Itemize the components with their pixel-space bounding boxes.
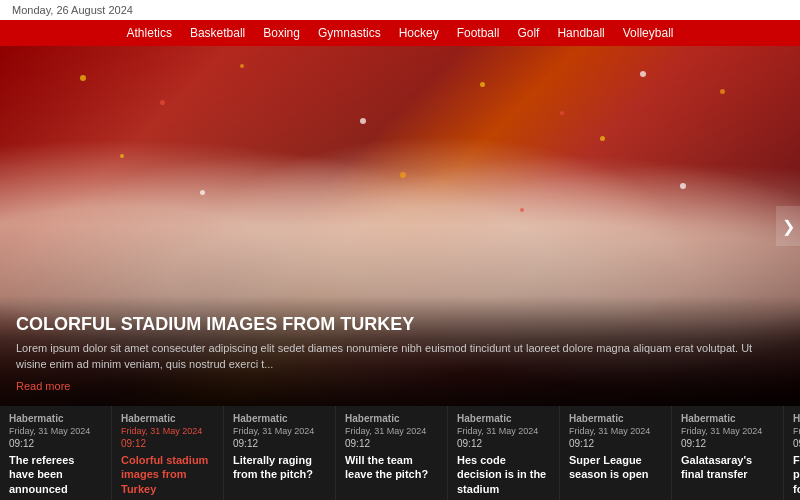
news-item[interactable]: HabermaticFriday, 31 May 202409:12Colorf…: [112, 406, 224, 500]
confetti-dot: [360, 118, 366, 124]
news-headline: Galatasaray's final transfer: [681, 453, 774, 482]
confetti-dot: [160, 100, 165, 105]
confetti-dot: [200, 190, 205, 195]
confetti-dot: [640, 71, 646, 77]
nav-item-football[interactable]: Football: [457, 26, 500, 40]
news-date: Friday, 31 May 2024: [457, 426, 550, 436]
news-time: 09:12: [793, 438, 800, 449]
news-item[interactable]: HabermaticFriday, 31 May 202409:12Litera…: [224, 406, 336, 500]
news-time: 09:12: [569, 438, 662, 449]
confetti-dot: [400, 172, 406, 178]
news-headline: Super League season is open: [569, 453, 662, 482]
header: Monday, 26 August 2024: [0, 0, 800, 20]
nav-item-handball[interactable]: Handball: [557, 26, 604, 40]
hero-overlay: COLORFUL STADIUM IMAGES FROM TURKEY Lore…: [0, 296, 800, 406]
news-source: Habermatic: [457, 413, 550, 424]
news-date: Friday, 31 May 2024: [345, 426, 438, 436]
news-item[interactable]: HabermaticFriday, 31 May 202409:12The re…: [0, 406, 112, 500]
news-date: Friday, 31 May 2024: [793, 426, 800, 436]
nav-item-hockey[interactable]: Hockey: [399, 26, 439, 40]
confetti-dot: [480, 82, 485, 87]
news-date: Friday, 31 May 2024: [9, 426, 102, 436]
news-source: Habermatic: [681, 413, 774, 424]
nav-item-boxing[interactable]: Boxing: [263, 26, 300, 40]
news-headline: Famous football player quit football: [793, 453, 800, 496]
navbar: AthleticsBasketballBoxingGymnasticsHocke…: [0, 20, 800, 46]
confetti-dot: [120, 154, 124, 158]
news-time: 09:12: [233, 438, 326, 449]
news-time: 09:12: [681, 438, 774, 449]
confetti-dot: [520, 208, 524, 212]
news-date: Friday, 31 May 2024: [233, 426, 326, 436]
nav-item-basketball[interactable]: Basketball: [190, 26, 245, 40]
confetti-dot: [600, 136, 605, 141]
news-item[interactable]: HabermaticFriday, 31 May 202409:12Super …: [560, 406, 672, 500]
confetti-dot: [720, 89, 725, 94]
news-strip: HabermaticFriday, 31 May 202409:12The re…: [0, 406, 800, 500]
confetti-dot: [680, 183, 686, 189]
news-source: Habermatic: [793, 413, 800, 424]
news-time: 09:12: [457, 438, 550, 449]
news-date: Friday, 31 May 2024: [569, 426, 662, 436]
news-item[interactable]: HabermaticFriday, 31 May 202409:12Will t…: [336, 406, 448, 500]
news-headline: Hes code decision is in the stadium: [457, 453, 550, 496]
header-date: Monday, 26 August 2024: [12, 4, 133, 16]
news-headline: Literally raging from the pitch?: [233, 453, 326, 482]
nav-item-volleyball[interactable]: Volleyball: [623, 26, 674, 40]
news-time: 09:12: [121, 438, 214, 449]
news-headline: Colorful stadium images from Turkey: [121, 453, 214, 496]
confetti-dot: [80, 75, 86, 81]
news-time: 09:12: [345, 438, 438, 449]
news-item[interactable]: HabermaticFriday, 31 May 202409:12Galata…: [672, 406, 784, 500]
news-source: Habermatic: [233, 413, 326, 424]
confetti-dot: [240, 64, 244, 68]
news-source: Habermatic: [569, 413, 662, 424]
hero-readmore-link[interactable]: Read more: [16, 380, 70, 392]
hero-title: COLORFUL STADIUM IMAGES FROM TURKEY: [16, 314, 784, 335]
nav-item-golf[interactable]: Golf: [517, 26, 539, 40]
hero-next-button[interactable]: ❯: [776, 206, 800, 246]
news-source: Habermatic: [9, 413, 102, 424]
news-headline: Will the team leave the pitch?: [345, 453, 438, 482]
nav-item-athletics[interactable]: Athletics: [127, 26, 172, 40]
news-date: Friday, 31 May 2024: [121, 426, 214, 436]
hero-description: Lorem ipsum dolor sit amet consecuter ad…: [16, 341, 784, 372]
news-item[interactable]: HabermaticFriday, 31 May 202409:12Hes co…: [448, 406, 560, 500]
hero-section: COLORFUL STADIUM IMAGES FROM TURKEY Lore…: [0, 46, 800, 406]
news-headline: The referees have been announced: [9, 453, 102, 496]
news-date: Friday, 31 May 2024: [681, 426, 774, 436]
news-source: Habermatic: [121, 413, 214, 424]
confetti-dot: [560, 111, 564, 115]
news-source: Habermatic: [345, 413, 438, 424]
news-time: 09:12: [9, 438, 102, 449]
nav-item-gymnastics[interactable]: Gymnastics: [318, 26, 381, 40]
news-item[interactable]: HabermaticFriday, 31 May 202409:12Famous…: [784, 406, 800, 500]
